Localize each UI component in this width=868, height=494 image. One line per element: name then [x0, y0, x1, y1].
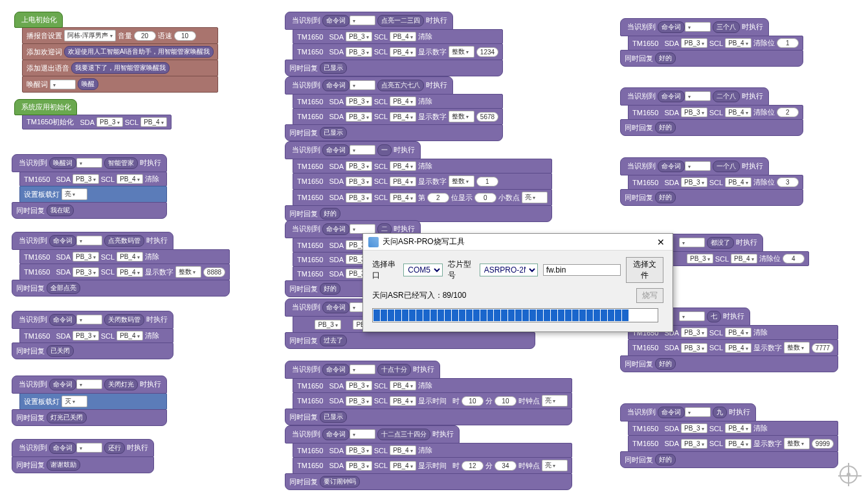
- dialog-title: 天问ASR-PRO烧写工具: [383, 236, 465, 247]
- row-exit[interactable]: 添加退出语音我要退下了，用智能管家唤醒我: [22, 60, 218, 76]
- foot[interactable]: 同时回复好的: [620, 50, 803, 67]
- row[interactable]: TM1650 SDAPB_3SCLPB_4清除: [293, 378, 572, 393]
- label: 添加退出语音: [27, 63, 69, 73]
- label: TM1650: [24, 175, 50, 183]
- foot[interactable]: 同时回复好的: [620, 189, 803, 206]
- dropdown[interactable]: PB_4: [117, 174, 143, 184]
- label: 设置板载灯: [24, 190, 60, 199]
- label: 系统应用初始化: [21, 103, 71, 111]
- select-com[interactable]: COM5: [403, 264, 443, 276]
- foot[interactable]: 同时回复已关闭: [12, 342, 173, 359]
- row[interactable]: TM1650 SDAPB_3SCLPB_4显示时间 时12分34时钟点亮: [293, 457, 572, 474]
- close-icon[interactable]: ✕: [654, 237, 667, 247]
- recenter-icon[interactable]: [840, 466, 858, 484]
- hat-rec[interactable]: 当识别到 命令词 三个八 时执行: [620, 18, 769, 36]
- hat-rec[interactable]: 当识别到 命令词 关闭数码管 时执行: [12, 311, 173, 329]
- val: 我要退下了，用智能管家唤醒我: [71, 62, 170, 74]
- row[interactable]: TM1650 SDAPB_3SCLPB_4显示数字整数8888: [19, 264, 230, 280]
- val: 欢迎使用人工智能Al语音助手，用智能管家唤醒我: [64, 46, 214, 58]
- foot[interactable]: 同时回复已显示: [285, 409, 572, 425]
- hat-rec[interactable]: 当识别到 命令词 二个八 时执行: [620, 87, 769, 106]
- row-wakeword[interactable]: 唤醒词唤醒: [22, 76, 218, 93]
- row-welcome[interactable]: 添加欢迎词欢迎使用人工智能Al语音助手，用智能管家唤醒我: [22, 43, 218, 60]
- foot[interactable]: 同时回复灯光已关闭: [12, 409, 167, 426]
- label: SDA: [80, 118, 95, 126]
- row[interactable]: TM1650 SDAPB_3SCLPB_4显示数字整数7777: [628, 339, 838, 356]
- dropdown[interactable]: PB_3: [72, 174, 99, 184]
- label: 播报音设置: [27, 31, 62, 41]
- row[interactable]: TM1650 SDAPB_3SCLPB_4清除: [293, 29, 503, 44]
- progress-text: 天问ASR已经写入：89/100: [372, 290, 466, 301]
- row[interactable]: TM1650 SDAPB_3SCLPB_4清除: [19, 172, 167, 186]
- row[interactable]: TM1650 SDAPB_3SCLPB_4显示时间 时10分10时钟点亮: [293, 392, 572, 409]
- label: 唤醒词: [27, 80, 48, 89]
- val: 唤醒: [78, 78, 98, 90]
- dropdown[interactable]: [50, 80, 76, 89]
- dropdown[interactable]: [76, 158, 102, 168]
- dropdown[interactable]: 亮: [61, 188, 87, 200]
- hat-appinit[interactable]: 系统应用初始化: [14, 99, 77, 115]
- hat-rec[interactable]: 当识别到 命令词 关闭灯光 时执行: [12, 376, 167, 394]
- hat-rec[interactable]: 当识别到 命令词 十二点三十四分 时执行: [285, 425, 460, 443]
- foot[interactable]: 同时回复好的: [620, 355, 838, 372]
- foot[interactable]: 同时回复好的: [620, 119, 803, 136]
- hat-powerup[interactable]: 上电初始化: [14, 12, 63, 28]
- pill: 智能管家: [104, 157, 138, 169]
- foot[interactable]: 同时回复全部点亮: [12, 280, 230, 297]
- val-speed[interactable]: 10: [174, 31, 196, 41]
- label: TM1650初始化: [27, 117, 74, 127]
- row[interactable]: TM1650 SDAPB_3SCLPB_4显示数字整数1: [293, 173, 552, 190]
- progress-bar: [372, 308, 658, 322]
- row[interactable]: TM1650 SDAPB_3SCLPB_4清除: [293, 159, 552, 174]
- row[interactable]: TM1650 SDAPB_3SCLPB_4显示数字整数1234: [293, 43, 503, 60]
- label: SCL: [125, 118, 139, 126]
- row[interactable]: TM1650 SDAPB_3SCLPB_4清除: [293, 94, 503, 109]
- hat-rec[interactable]: 当识别到 命令词 点亮五六七八 时执行: [285, 76, 453, 95]
- dropdown[interactable]: PB_3: [96, 117, 123, 127]
- row[interactable]: TM1650 SDAPB_3SCLPB_4清除: [628, 421, 838, 436]
- dropdown[interactable]: PB_4: [140, 117, 167, 127]
- foot[interactable]: 同时回复已显示: [285, 124, 503, 141]
- row[interactable]: TM1650 SDAPB_3SCLPB_4清除: [293, 443, 572, 458]
- foot[interactable]: 同时回复谢谢鼓励: [12, 456, 154, 473]
- hat-rec[interactable]: 当识别到 命令词 一 时执行: [285, 141, 421, 159]
- row[interactable]: TM1650 SDAPB_3SCLPB_4清除位1: [628, 36, 803, 51]
- row[interactable]: TM1650 SDAPB_3SCLPB_4清除: [19, 328, 173, 343]
- label: 音量: [118, 31, 132, 41]
- row[interactable]: TM1650 SDAPB_3SCLPB_4清除位2: [628, 105, 803, 120]
- dialog-titlebar[interactable]: 天问ASR-PRO烧写工具 ✕: [363, 234, 673, 251]
- hat-rec[interactable]: 当识别到 命令词 还行 时执行: [12, 439, 154, 457]
- label: 语速: [158, 31, 172, 41]
- foot[interactable]: 同时回复已显示: [285, 60, 503, 76]
- row-tm1650init[interactable]: TM1650初始化 SDAPB_3SCLPB_4: [22, 115, 172, 129]
- app-icon: [368, 237, 379, 247]
- row[interactable]: TM1650 SDAPB_3SCLPB_4清除位3: [628, 175, 803, 190]
- hat-rec[interactable]: 当识别到 命令词 点亮一二三四 时执行: [285, 12, 453, 30]
- dropdown-voice[interactable]: 阿栋-浑厚男声: [64, 30, 116, 41]
- row-setled[interactable]: 设置板载灯亮: [19, 186, 167, 203]
- val-volume[interactable]: 20: [134, 31, 156, 41]
- row-setled[interactable]: 设置板载灯灭: [19, 393, 167, 410]
- burn-button[interactable]: 烧写: [636, 288, 663, 303]
- label: 时执行: [140, 159, 161, 166]
- label: 上电初始化: [21, 16, 57, 23]
- hat-rec[interactable]: 当识别到 命令词 十点十分 时执行: [285, 361, 440, 379]
- row[interactable]: TM1650 SDAPB_3SCLPB_4清除: [19, 249, 230, 264]
- hat-rec[interactable]: 当识别到 命令词 九 时执行: [620, 403, 756, 421]
- hat-rec[interactable]: 当识别到 命令词 一个八 时执行: [620, 157, 769, 175]
- foot[interactable]: 同时回复过去了: [285, 332, 535, 349]
- row-voice-settings[interactable]: 播报音设置 阿栋-浑厚男声 音量20 语速10: [22, 27, 218, 44]
- foot[interactable]: 同时回复我在呢: [12, 202, 167, 219]
- select-chip[interactable]: ASRPRO-2M: [480, 264, 538, 276]
- hat-rec-wake[interactable]: 当识别到 唤醒词 智能管家 时执行: [12, 154, 167, 172]
- foot[interactable]: 同时回复要订闹钟吗: [285, 473, 572, 490]
- label-chip: 芯片型号: [448, 259, 474, 281]
- foot[interactable]: 同时回复好的: [620, 451, 838, 468]
- row[interactable]: TM1650 SDAPB_3SCLPB_4显示数字整数9999: [628, 435, 838, 452]
- row[interactable]: TM1650 SDAPB_3SCLPB_4显示数字整数5678: [293, 108, 503, 125]
- row[interactable]: TM1650 SDAPB_3SCLPB_4第2位显示0小数点亮: [293, 189, 552, 206]
- dialog-burn-tool[interactable]: 天问ASR-PRO烧写工具 ✕ 选择串口 COM5 芯片型号 ASRPRO-2M…: [362, 233, 673, 332]
- choose-file-button[interactable]: 选择文件: [626, 257, 663, 283]
- hat-rec[interactable]: 当识别到 命令词 点亮数码管 时执行: [12, 232, 173, 250]
- input-file[interactable]: [543, 264, 621, 276]
